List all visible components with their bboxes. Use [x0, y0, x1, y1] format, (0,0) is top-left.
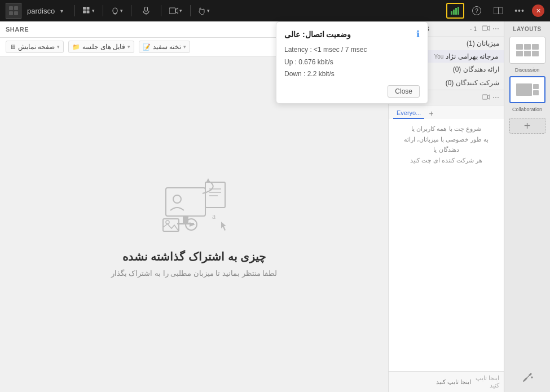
chat-info-line3: هر شرکت کننده ای چت کنید	[410, 157, 482, 164]
svg-rect-1	[14, 6, 18, 10]
collaboration-layout-preview	[516, 83, 539, 96]
attendees-video-button[interactable]	[482, 25, 490, 33]
layout-cell	[532, 44, 539, 50]
add-layout-button[interactable]: +	[509, 118, 545, 134]
audio-chevron-icon: ▾	[120, 8, 123, 14]
app-chevron-icon[interactable]: ▾	[60, 8, 63, 14]
svg-rect-4	[83, 7, 86, 10]
latency-stat: Latency : <1 msec / 7 msec	[284, 44, 420, 56]
topbar-separator-5	[190, 5, 191, 16]
tools-button[interactable]	[517, 367, 538, 390]
more-options-icon: •••	[514, 6, 525, 15]
empty-illustration-svg: a	[149, 171, 239, 244]
hand-button[interactable]: ▾	[196, 3, 212, 19]
help-icon: ?	[472, 6, 481, 15]
connection-popup: وضعیت اتصال: عالی ℹ Latency : <1 msec / …	[276, 21, 428, 104]
svg-rect-18	[498, 7, 499, 14]
share-whiteboard-icon: 📝	[143, 43, 151, 51]
empty-state-title: چیزی به اشتراک گذاشته نشده	[122, 250, 266, 263]
close-window-button[interactable]: ✕	[532, 5, 544, 17]
hand-icon	[199, 7, 206, 15]
popup-info-icon: ℹ	[416, 29, 420, 39]
layout-cell	[524, 44, 531, 50]
camera-chevron-icon: ▾	[179, 8, 182, 14]
up-stat: Up : 0.676 kbit/s	[284, 56, 420, 69]
layouts-sidebar: LAYOUTS Discussion	[504, 21, 550, 392]
participant-name: مرجانه بهرامی نژاد	[446, 52, 498, 60]
popup-header: وضعیت اتصال: عالی ℹ	[284, 29, 420, 39]
share-screen-label: صفحه نمایش	[18, 43, 55, 51]
participant-you-label: You	[434, 54, 443, 60]
popup-close-button[interactable]: Close	[388, 85, 420, 98]
chat-input-row: اینجا تایپ کنید	[389, 371, 504, 392]
attendees-separator: -	[470, 26, 472, 32]
svg-rect-6	[83, 11, 86, 14]
latency-value: : <1 msec / 7 msec	[310, 46, 367, 54]
more-options-button[interactable]: •••	[511, 3, 529, 19]
layout-side-cell	[533, 84, 539, 89]
share-files-button[interactable]: 📁 فایل های جلسه ▾	[68, 41, 134, 53]
camera-button[interactable]: ▾	[167, 3, 184, 19]
svg-point-22	[173, 195, 181, 203]
svg-rect-5	[87, 7, 90, 10]
screen-layout-button[interactable]	[489, 3, 507, 19]
topbar-separator-1	[74, 5, 75, 16]
mic-button[interactable]	[137, 3, 155, 19]
layout-cell	[516, 44, 523, 50]
chat-input[interactable]	[393, 378, 471, 385]
chat-body[interactable]: شروع چت با همه کاربران یا به طور خصوصی ب…	[389, 119, 504, 371]
layout-main-cell	[516, 83, 532, 96]
svg-rect-0	[9, 6, 13, 10]
chat-tab-everyone[interactable]: Everyo...	[393, 108, 424, 119]
share-files-icon: 📁	[72, 43, 80, 51]
topbar-separator-4	[161, 5, 161, 16]
svg-rect-10	[145, 7, 148, 11]
popup-close-row: Close	[284, 85, 420, 98]
share-screen-icon: 🖥	[10, 43, 16, 50]
svg-rect-34	[482, 95, 487, 99]
chat-more-button[interactable]: ⋯	[492, 94, 499, 102]
svg-rect-7	[87, 11, 90, 14]
share-label: SHARE	[6, 26, 29, 33]
attendees-more-button[interactable]: ⋯	[492, 25, 499, 33]
layout-cell	[524, 51, 531, 56]
down-stat: Down : 2.2 kbit/s	[284, 68, 420, 81]
chat-section: CHAT ⋯ Everyo... + شروع چت با همه کاربرا…	[389, 90, 504, 392]
discussion-layout-item[interactable]	[509, 37, 545, 64]
svg-rect-13	[451, 11, 452, 15]
svg-rect-3	[14, 11, 18, 15]
share-files-chevron-icon: ▾	[127, 44, 130, 50]
close-window-icon: ✕	[536, 7, 541, 15]
svg-rect-16	[457, 7, 459, 15]
share-screen-button[interactable]: 🖥 صفحه نمایش ▾	[6, 41, 64, 53]
collaboration-layout-item[interactable]	[509, 76, 545, 103]
topbar-separator-3	[131, 5, 131, 16]
help-button[interactable]: ?	[468, 3, 486, 19]
svg-rect-20	[183, 216, 188, 223]
chat-add-tab-button[interactable]: +	[426, 108, 435, 119]
apps-button[interactable]: ▾	[81, 3, 97, 19]
chat-video-button[interactable]	[482, 94, 490, 102]
share-screen-chevron-icon: ▾	[57, 44, 60, 50]
attendees-video-icon	[482, 25, 490, 31]
svg-point-8	[113, 8, 117, 14]
signal-button[interactable]	[446, 3, 464, 19]
share-whiteboard-button[interactable]: 📝 تخته سفید ▾	[139, 41, 190, 53]
chat-info-line2: به طور خصوصی با میزبانان، ارائه دهندگان …	[404, 136, 489, 153]
hand-chevron-icon: ▾	[207, 8, 210, 14]
chat-tabs: Everyo... +	[389, 105, 504, 119]
svg-rect-19	[166, 188, 205, 216]
signal-icon	[451, 7, 460, 15]
main-layout: SHARE ⋯ 🖥 صفحه نمایش ▾ 📁 فایل های جلسه ▾…	[0, 21, 550, 392]
topbar: pardisco ▾ ▾ ▾	[0, 0, 550, 21]
empty-state: a چیزی به اشتراک گذاشته نشده لطفا منتظر …	[0, 56, 388, 392]
audio-button[interactable]: ▾	[109, 3, 125, 19]
svg-rect-24	[205, 182, 225, 208]
chat-info-text: شروع چت با همه کاربران یا به طور خصوصی ب…	[393, 124, 499, 166]
svg-rect-2	[9, 11, 13, 15]
layouts-label: LAYOUTS	[513, 24, 541, 37]
svg-rect-33	[482, 26, 487, 30]
right-panel: وضعیت اتصال: عالی ℹ Latency : <1 msec / …	[388, 21, 504, 392]
mic-icon	[142, 7, 150, 15]
tools-icon	[522, 372, 533, 383]
